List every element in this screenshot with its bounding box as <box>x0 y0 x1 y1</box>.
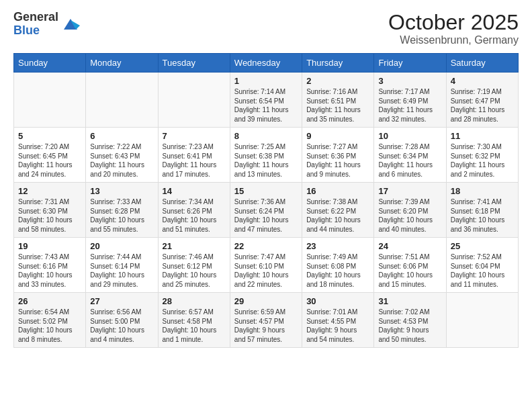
day-cell: 18Sunrise: 7:41 AM Sunset: 6:18 PM Dayli… <box>446 183 518 238</box>
day-cell: 19Sunrise: 7:43 AM Sunset: 6:16 PM Dayli… <box>14 238 86 293</box>
day-number: 23 <box>306 241 369 251</box>
day-number: 25 <box>451 241 514 251</box>
day-cell: 2Sunrise: 7:16 AM Sunset: 6:51 PM Daylig… <box>302 73 374 128</box>
day-cell <box>158 73 230 128</box>
day-cell: 24Sunrise: 7:51 AM Sunset: 6:06 PM Dayli… <box>374 238 446 293</box>
day-info: Sunrise: 7:43 AM Sunset: 6:16 PM Dayligh… <box>18 253 81 289</box>
day-cell: 15Sunrise: 7:36 AM Sunset: 6:24 PM Dayli… <box>230 183 302 238</box>
day-cell: 4Sunrise: 7:19 AM Sunset: 6:47 PM Daylig… <box>446 73 518 128</box>
day-info: Sunrise: 7:22 AM Sunset: 6:43 PM Dayligh… <box>90 142 153 179</box>
col-monday: Monday <box>86 54 158 73</box>
day-cell: 6Sunrise: 7:22 AM Sunset: 6:43 PM Daylig… <box>86 128 158 183</box>
day-number: 22 <box>234 241 298 251</box>
week-row-2: 5Sunrise: 7:20 AM Sunset: 6:45 PM Daylig… <box>14 128 519 183</box>
day-cell: 12Sunrise: 7:31 AM Sunset: 6:30 PM Dayli… <box>14 183 86 238</box>
day-cell <box>446 293 518 348</box>
day-number: 9 <box>306 131 369 141</box>
day-info: Sunrise: 7:02 AM Sunset: 4:53 PM Dayligh… <box>378 308 441 344</box>
week-row-1: 1Sunrise: 7:14 AM Sunset: 6:54 PM Daylig… <box>14 73 519 128</box>
day-cell <box>86 73 158 128</box>
day-info: Sunrise: 7:16 AM Sunset: 6:51 PM Dayligh… <box>306 87 369 124</box>
day-cell: 9Sunrise: 7:27 AM Sunset: 6:36 PM Daylig… <box>302 128 374 183</box>
day-info: Sunrise: 6:54 AM Sunset: 5:02 PM Dayligh… <box>18 308 81 344</box>
day-info: Sunrise: 7:17 AM Sunset: 6:49 PM Dayligh… <box>378 87 441 124</box>
day-cell <box>14 73 86 128</box>
day-number: 7 <box>163 131 226 141</box>
col-saturday: Saturday <box>446 54 518 73</box>
day-info: Sunrise: 7:41 AM Sunset: 6:18 PM Dayligh… <box>451 197 514 234</box>
day-number: 12 <box>18 186 81 196</box>
day-number: 28 <box>163 296 226 306</box>
week-row-4: 19Sunrise: 7:43 AM Sunset: 6:16 PM Dayli… <box>14 238 519 293</box>
day-info: Sunrise: 7:01 AM Sunset: 4:55 PM Dayligh… <box>306 308 369 344</box>
header: General Blue October 2025 Weissenbrunn, … <box>13 11 519 46</box>
day-number: 11 <box>451 131 514 141</box>
col-sunday: Sunday <box>14 54 86 73</box>
day-cell: 8Sunrise: 7:25 AM Sunset: 6:38 PM Daylig… <box>230 128 302 183</box>
col-friday: Friday <box>374 54 446 73</box>
day-info: Sunrise: 7:51 AM Sunset: 6:06 PM Dayligh… <box>378 253 441 289</box>
calendar-page: General Blue October 2025 Weissenbrunn, … <box>0 0 532 411</box>
day-cell: 14Sunrise: 7:34 AM Sunset: 6:26 PM Dayli… <box>158 183 230 238</box>
day-info: Sunrise: 7:46 AM Sunset: 6:12 PM Dayligh… <box>163 253 226 289</box>
day-number: 1 <box>234 76 298 86</box>
day-number: 20 <box>90 241 153 251</box>
day-number: 17 <box>378 186 441 196</box>
day-number: 10 <box>378 131 441 141</box>
day-number: 24 <box>378 241 441 251</box>
day-number: 6 <box>90 131 153 141</box>
day-info: Sunrise: 6:59 AM Sunset: 4:57 PM Dayligh… <box>234 308 298 344</box>
day-info: Sunrise: 7:34 AM Sunset: 6:26 PM Dayligh… <box>163 197 226 234</box>
day-cell: 21Sunrise: 7:46 AM Sunset: 6:12 PM Dayli… <box>158 238 230 293</box>
day-number: 4 <box>451 76 514 86</box>
day-cell: 11Sunrise: 7:30 AM Sunset: 6:32 PM Dayli… <box>446 128 518 183</box>
day-number: 3 <box>378 76 441 86</box>
col-wednesday: Wednesday <box>230 54 302 73</box>
day-info: Sunrise: 7:49 AM Sunset: 6:08 PM Dayligh… <box>306 253 369 289</box>
col-thursday: Thursday <box>302 54 374 73</box>
day-cell: 7Sunrise: 7:23 AM Sunset: 6:41 PM Daylig… <box>158 128 230 183</box>
day-cell: 17Sunrise: 7:39 AM Sunset: 6:20 PM Dayli… <box>374 183 446 238</box>
day-info: Sunrise: 7:14 AM Sunset: 6:54 PM Dayligh… <box>234 87 298 124</box>
day-cell: 22Sunrise: 7:47 AM Sunset: 6:10 PM Dayli… <box>230 238 302 293</box>
logo-blue: Blue <box>13 24 58 38</box>
day-info: Sunrise: 7:19 AM Sunset: 6:47 PM Dayligh… <box>451 87 514 124</box>
day-info: Sunrise: 7:20 AM Sunset: 6:45 PM Dayligh… <box>18 142 81 179</box>
day-info: Sunrise: 7:33 AM Sunset: 6:28 PM Dayligh… <box>90 197 153 234</box>
day-cell: 25Sunrise: 7:52 AM Sunset: 6:04 PM Dayli… <box>446 238 518 293</box>
day-info: Sunrise: 7:23 AM Sunset: 6:41 PM Dayligh… <box>163 142 226 179</box>
week-row-5: 26Sunrise: 6:54 AM Sunset: 5:02 PM Dayli… <box>14 293 519 348</box>
day-number: 2 <box>306 76 369 86</box>
day-info: Sunrise: 7:30 AM Sunset: 6:32 PM Dayligh… <box>451 142 514 179</box>
logo-text: General Blue <box>13 11 58 38</box>
day-number: 21 <box>163 241 226 251</box>
day-cell: 1Sunrise: 7:14 AM Sunset: 6:54 PM Daylig… <box>230 73 302 128</box>
day-number: 5 <box>18 131 81 141</box>
day-cell: 16Sunrise: 7:38 AM Sunset: 6:22 PM Dayli… <box>302 183 374 238</box>
day-info: Sunrise: 7:47 AM Sunset: 6:10 PM Dayligh… <box>234 253 298 289</box>
day-number: 18 <box>451 186 514 196</box>
day-info: Sunrise: 7:25 AM Sunset: 6:38 PM Dayligh… <box>234 142 298 179</box>
day-number: 15 <box>234 186 298 196</box>
day-cell: 27Sunrise: 6:56 AM Sunset: 5:00 PM Dayli… <box>86 293 158 348</box>
day-cell: 28Sunrise: 6:57 AM Sunset: 4:58 PM Dayli… <box>158 293 230 348</box>
day-info: Sunrise: 7:31 AM Sunset: 6:30 PM Dayligh… <box>18 197 81 234</box>
day-info: Sunrise: 7:44 AM Sunset: 6:14 PM Dayligh… <box>90 253 153 289</box>
day-cell: 23Sunrise: 7:49 AM Sunset: 6:08 PM Dayli… <box>302 238 374 293</box>
header-row: Sunday Monday Tuesday Wednesday Thursday… <box>14 54 519 73</box>
day-cell: 30Sunrise: 7:01 AM Sunset: 4:55 PM Dayli… <box>302 293 374 348</box>
day-number: 13 <box>90 186 153 196</box>
day-number: 31 <box>378 296 441 306</box>
day-cell: 29Sunrise: 6:59 AM Sunset: 4:57 PM Dayli… <box>230 293 302 348</box>
calendar-table: Sunday Monday Tuesday Wednesday Thursday… <box>13 53 519 348</box>
day-number: 14 <box>163 186 226 196</box>
day-number: 19 <box>18 241 81 251</box>
day-info: Sunrise: 7:38 AM Sunset: 6:22 PM Dayligh… <box>306 197 369 234</box>
col-tuesday: Tuesday <box>158 54 230 73</box>
day-number: 29 <box>234 296 298 306</box>
logo-general: General <box>13 11 58 24</box>
day-cell: 5Sunrise: 7:20 AM Sunset: 6:45 PM Daylig… <box>14 128 86 183</box>
day-info: Sunrise: 7:36 AM Sunset: 6:24 PM Dayligh… <box>234 197 298 234</box>
day-cell: 20Sunrise: 7:44 AM Sunset: 6:14 PM Dayli… <box>86 238 158 293</box>
day-info: Sunrise: 7:27 AM Sunset: 6:36 PM Dayligh… <box>306 142 369 179</box>
